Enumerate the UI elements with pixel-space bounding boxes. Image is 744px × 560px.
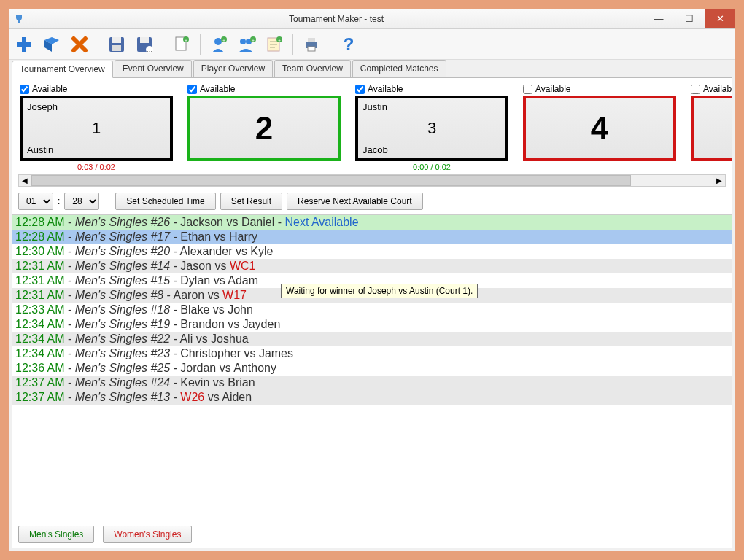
save-as-icon[interactable]: … bbox=[133, 34, 155, 55]
print-icon[interactable] bbox=[301, 34, 322, 55]
match-row[interactable]: 12:30 AM - Men's Singles #20 - Alexander… bbox=[12, 244, 732, 259]
mens-singles-button[interactable]: Men's Singles bbox=[18, 526, 94, 543]
match-event: Men's Singles #26 bbox=[75, 216, 170, 228]
court-4: Available4 bbox=[523, 84, 676, 171]
court-available-label[interactable]: Available bbox=[523, 84, 676, 94]
tab-event-overview[interactable]: Event Overview bbox=[115, 60, 192, 77]
match-players: Christopher vs James bbox=[180, 347, 293, 359]
court-timer: 0:00 / 0:02 bbox=[355, 163, 508, 171]
match-row[interactable]: 12:36 AM - Men's Singles #25 - Jordan vs… bbox=[12, 361, 732, 376]
match-event: Men's Singles #14 bbox=[75, 260, 170, 272]
match-row[interactable]: 12:28 AM - Men's Singles #17 - Ethan vs … bbox=[12, 230, 732, 244]
match-row[interactable]: 12:37 AM - Men's Singles #24 - Kevin vs … bbox=[12, 376, 732, 390]
match-event: Men's Singles #20 bbox=[75, 245, 170, 257]
match-event: Men's Singles #23 bbox=[75, 347, 170, 359]
match-players: Kevin vs Brian bbox=[180, 376, 255, 389]
add-team-icon[interactable]: + bbox=[236, 34, 257, 55]
set-scheduled-button[interactable]: Set Scheduled Time bbox=[115, 192, 215, 210]
scroll-thumb[interactable] bbox=[31, 175, 631, 186]
tab-content: AvailableJoseph1Austin0:03 / 0:02Availab… bbox=[12, 77, 732, 548]
match-tooltip: Waiting for winner of Joseph vs Austin (… bbox=[281, 284, 478, 298]
titlebar: Tournament Maker - test — ☐ ✕ bbox=[9, 9, 735, 29]
match-row[interactable]: 12:34 AM - Men's Singles #19 - Brandon v… bbox=[12, 317, 732, 332]
tab-player-overview[interactable]: Player Overview bbox=[193, 60, 273, 77]
match-players: Alexander vs Kyle bbox=[179, 245, 273, 257]
court-number: 1 bbox=[92, 119, 101, 138]
womens-singles-button[interactable]: Women's Singles bbox=[103, 526, 192, 543]
court-available-label[interactable]: Available bbox=[355, 84, 508, 94]
save-icon[interactable] bbox=[106, 34, 128, 55]
svg-text:+: + bbox=[222, 38, 225, 42]
match-time: 12:34 AM bbox=[15, 347, 65, 359]
new-doc-icon[interactable]: + bbox=[171, 34, 193, 55]
match-players: vs Aiden bbox=[204, 391, 252, 403]
help-icon[interactable]: ? bbox=[338, 34, 360, 55]
court-1: AvailableJoseph1Austin0:03 / 0:02 bbox=[20, 84, 173, 171]
court-top-player: Joseph bbox=[27, 101, 166, 112]
add-player-icon[interactable]: + bbox=[208, 34, 230, 55]
svg-text:?: ? bbox=[344, 34, 354, 54]
match-event: Men's Singles #24 bbox=[75, 376, 170, 389]
minute-select[interactable]: 28 bbox=[64, 192, 99, 210]
court-timer bbox=[187, 163, 341, 171]
svg-point-15 bbox=[240, 39, 246, 44]
court-available-checkbox[interactable] bbox=[523, 85, 532, 94]
match-wcode: W26 bbox=[180, 391, 204, 403]
match-list[interactable]: 12:28 AM - Men's Singles #26 - Jackson v… bbox=[12, 214, 732, 521]
match-row[interactable]: 12:34 AM - Men's Singles #22 - Ali vs Jo… bbox=[12, 332, 732, 346]
court-available-label[interactable]: Available bbox=[691, 84, 732, 94]
match-event: Men's Singles #22 bbox=[75, 332, 170, 345]
match-row[interactable]: 12:31 AM - Men's Singles #14 - Jason vs … bbox=[12, 259, 732, 273]
court-available-checkbox[interactable] bbox=[691, 85, 700, 94]
match-players: Jordan vs Anthony bbox=[180, 362, 276, 374]
reserve-court-button[interactable]: Reserve Next Available Court bbox=[287, 192, 423, 210]
court-available-label[interactable]: Available bbox=[20, 84, 173, 94]
court-available-checkbox[interactable] bbox=[187, 85, 197, 94]
match-row[interactable]: 12:34 AM - Men's Singles #23 - Christoph… bbox=[12, 346, 732, 361]
tab-tournament-overview[interactable]: Tournament Overview bbox=[12, 61, 113, 78]
notes-icon[interactable]: + bbox=[263, 34, 285, 55]
match-time: 12:36 AM bbox=[15, 362, 65, 374]
tab-team-overview[interactable]: Team Overview bbox=[274, 60, 351, 77]
match-event: Men's Singles #17 bbox=[75, 230, 170, 243]
court-number: 3 bbox=[427, 119, 436, 138]
match-players: Ali vs Joshua bbox=[179, 332, 248, 345]
court-box[interactable]: 4 bbox=[523, 96, 676, 161]
court-box[interactable]: Justin3Jacob bbox=[355, 96, 508, 161]
scroll-right-arrow[interactable]: ▶ bbox=[713, 175, 725, 186]
tab-completed-matches[interactable]: Completed Matches bbox=[352, 60, 446, 77]
court-box[interactable]: 2 bbox=[187, 96, 341, 161]
delete-icon[interactable] bbox=[69, 34, 90, 55]
window-title: Tournament Maker - test bbox=[29, 14, 643, 24]
maximize-button[interactable]: ☐ bbox=[674, 9, 705, 28]
time-colon: : bbox=[58, 196, 60, 206]
match-row[interactable]: 12:33 AM - Men's Singles #18 - Blake vs … bbox=[12, 303, 732, 317]
set-result-button[interactable]: Set Result bbox=[220, 192, 282, 210]
svg-rect-23 bbox=[308, 38, 315, 42]
match-event: Men's Singles #13 bbox=[75, 391, 170, 403]
match-time: 12:37 AM bbox=[15, 376, 65, 389]
scroll-left-arrow[interactable]: ◀ bbox=[19, 175, 31, 186]
court-box[interactable]: Joseph1Austin bbox=[20, 96, 173, 161]
close-button[interactable]: ✕ bbox=[705, 9, 735, 28]
courts-scrollbar[interactable]: ◀ ▶ bbox=[18, 174, 726, 187]
open-icon[interactable] bbox=[41, 34, 63, 55]
match-next-available: Next Available bbox=[284, 216, 358, 228]
match-row[interactable]: 12:37 AM - Men's Singles #13 - W26 vs Ai… bbox=[12, 390, 732, 405]
match-row[interactable]: 12:28 AM - Men's Singles #26 - Jackson v… bbox=[12, 215, 732, 230]
court-bottom-player: Jacob bbox=[363, 144, 501, 155]
hour-select[interactable]: 01 bbox=[18, 192, 53, 210]
court-box[interactable] bbox=[691, 96, 732, 161]
court-available-checkbox[interactable] bbox=[355, 85, 365, 94]
new-icon[interactable] bbox=[13, 34, 35, 55]
court-5: Available bbox=[691, 84, 732, 171]
court-3: AvailableJustin3Jacob0:00 / 0:02 bbox=[355, 84, 508, 171]
court-available-label[interactable]: Available bbox=[187, 84, 341, 94]
match-time: 12:34 AM bbox=[15, 332, 65, 345]
court-available-checkbox[interactable] bbox=[20, 85, 29, 94]
minimize-button[interactable]: — bbox=[643, 9, 674, 28]
footer-buttons: Men's Singles Women's Singles bbox=[12, 521, 732, 548]
match-time: 12:28 AM bbox=[15, 230, 65, 243]
toolbar-separator bbox=[292, 34, 293, 55]
scroll-track[interactable] bbox=[31, 175, 713, 186]
